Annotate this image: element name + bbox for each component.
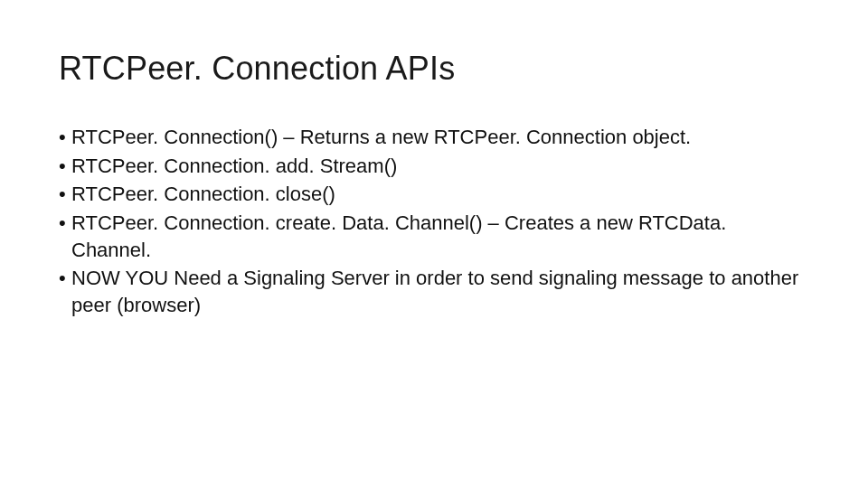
bullet-icon: • <box>59 124 71 151</box>
list-item-text: RTCPeer. Connection() – Returns a new RT… <box>71 124 809 151</box>
slide: RTCPeer. Connection APIs • RTCPeer. Conn… <box>0 0 868 488</box>
list-item: • NOW YOU Need a Signaling Server in ord… <box>59 265 809 318</box>
bullet-list: • RTCPeer. Connection() – Returns a new … <box>59 124 809 319</box>
list-item: • RTCPeer. Connection. close() <box>59 181 809 208</box>
list-item: • RTCPeer. Connection. create. Data. Cha… <box>59 210 809 263</box>
bullet-icon: • <box>59 153 71 180</box>
bullet-icon: • <box>59 210 71 237</box>
list-item-text: NOW YOU Need a Signaling Server in order… <box>71 265 809 318</box>
slide-title: RTCPeer. Connection APIs <box>59 50 809 88</box>
list-item-text: RTCPeer. Connection. add. Stream() <box>71 153 809 180</box>
list-item-text: RTCPeer. Connection. close() <box>71 181 809 208</box>
bullet-icon: • <box>59 265 71 292</box>
list-item: • RTCPeer. Connection() – Returns a new … <box>59 124 809 151</box>
list-item-text: RTCPeer. Connection. create. Data. Chann… <box>71 210 809 263</box>
bullet-icon: • <box>59 181 71 208</box>
list-item: • RTCPeer. Connection. add. Stream() <box>59 153 809 180</box>
